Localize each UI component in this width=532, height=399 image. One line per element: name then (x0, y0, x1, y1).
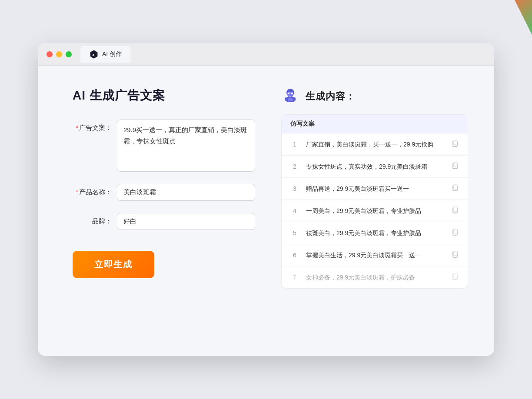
row-number: 6 (290, 252, 299, 259)
svg-point-5 (291, 93, 293, 94)
row-text: 厂家直销，美白淡斑霜，买一送一，29.9元抢购 (306, 140, 444, 149)
product-name-group: 产品名称： (73, 184, 255, 201)
copy-button[interactable] (451, 184, 459, 193)
result-title: 生成内容： (306, 90, 356, 103)
row-number: 4 (290, 207, 299, 214)
svg-rect-26 (454, 273, 457, 278)
svg-rect-8 (288, 98, 293, 101)
copy-button[interactable] (451, 228, 459, 238)
table-row: 1厂家直销，美白淡斑霜，买一送一，29.9元抢购 (282, 133, 468, 156)
browser-window: AI AI 创作 AI 生成广告文案 广告文案： 产品名称： 品牌： (38, 43, 494, 356)
svg-rect-16 (454, 163, 457, 167)
right-panel: 生成内容： 仿写文案 1厂家直销，美白淡斑霜，买一送一，29.9元抢购2专抹女性… (281, 87, 468, 331)
svg-rect-14 (454, 140, 457, 145)
row-text: 女神必备，29.9元美白淡斑霜，护肤必备 (306, 273, 444, 282)
row-text: 祛斑美白，29.9元美白淡斑霜，专业护肤品 (306, 229, 444, 238)
svg-rect-12 (291, 96, 293, 98)
brand-input[interactable] (117, 213, 255, 230)
tab-label: AI 创作 (102, 50, 122, 58)
table-row: 2专抹女性斑点，真实功效，29.9元美白淡斑霜 (282, 156, 468, 178)
row-text: 专抹女性斑点，真实功效，29.9元美白淡斑霜 (306, 162, 444, 171)
svg-rect-9 (285, 97, 287, 101)
row-number: 1 (290, 141, 299, 148)
copy-button[interactable] (451, 273, 459, 282)
result-header: 生成内容： (281, 87, 468, 106)
minimize-button[interactable] (56, 51, 62, 57)
result-table: 仿写文案 1厂家直销，美白淡斑霜，买一送一，29.9元抢购2专抹女性斑点，真实功… (281, 114, 468, 289)
row-text: 赠品再送，29.9元美白淡斑霜买一送一 (306, 184, 444, 193)
page-title: AI 生成广告文案 (73, 87, 255, 104)
robot-icon (281, 87, 299, 106)
left-panel: AI 生成广告文案 广告文案： 产品名称： 品牌： 立即生成 (73, 87, 255, 331)
ad-copy-group: 广告文案： (73, 120, 255, 172)
row-number: 2 (290, 163, 299, 170)
product-name-label: 产品名称： (73, 184, 112, 196)
svg-rect-22 (454, 229, 457, 233)
brand-group: 品牌： (73, 213, 255, 230)
svg-rect-6 (289, 92, 291, 93)
copy-button[interactable] (451, 162, 459, 171)
ai-tab-icon: AI (89, 50, 99, 59)
table-row: 6掌握美白生活，29.9元美白淡斑霜买一送一 (282, 244, 468, 266)
row-text: 一周美白，29.9元美白淡斑霜，专业护肤品 (306, 206, 444, 216)
maximize-button[interactable] (66, 51, 72, 57)
copy-button[interactable] (451, 140, 459, 149)
result-table-header: 仿写文案 (282, 115, 468, 133)
copy-button[interactable] (451, 250, 459, 260)
row-number: 7 (290, 274, 299, 281)
copy-button[interactable] (451, 206, 459, 216)
table-row: 4一周美白，29.9元美白淡斑霜，专业护肤品 (282, 200, 468, 222)
row-text: 掌握美白生活，29.9元美白淡斑霜买一送一 (306, 251, 444, 260)
main-content: AI 生成广告文案 广告文案： 产品名称： 品牌： 立即生成 (38, 66, 494, 352)
svg-rect-20 (454, 207, 457, 211)
ad-copy-input[interactable] (117, 120, 255, 172)
generate-button[interactable]: 立即生成 (73, 251, 154, 278)
brand-label: 品牌： (73, 213, 112, 226)
window-buttons (47, 51, 72, 57)
product-name-input[interactable] (117, 184, 255, 201)
table-row: 7女神必备，29.9元美白淡斑霜，护肤必备 (282, 266, 468, 288)
result-rows-container: 1厂家直销，美白淡斑霜，买一送一，29.9元抢购2专抹女性斑点，真实功效，29.… (282, 133, 468, 288)
svg-point-4 (288, 93, 289, 94)
ad-copy-label: 广告文案： (73, 120, 112, 132)
row-number: 3 (290, 185, 299, 192)
svg-rect-18 (454, 185, 457, 189)
row-number: 5 (290, 229, 299, 236)
svg-rect-24 (454, 251, 457, 256)
browser-chrome: AI AI 创作 (38, 43, 494, 66)
svg-rect-11 (288, 96, 289, 98)
table-row: 3赠品再送，29.9元美白淡斑霜买一送一 (282, 178, 468, 200)
table-row: 5祛斑美白，29.9元美白淡斑霜，专业护肤品 (282, 222, 468, 244)
tab-ai-creation[interactable]: AI AI 创作 (80, 46, 130, 63)
svg-text:AI: AI (92, 53, 95, 57)
svg-rect-10 (294, 97, 296, 101)
close-button[interactable] (47, 51, 53, 57)
